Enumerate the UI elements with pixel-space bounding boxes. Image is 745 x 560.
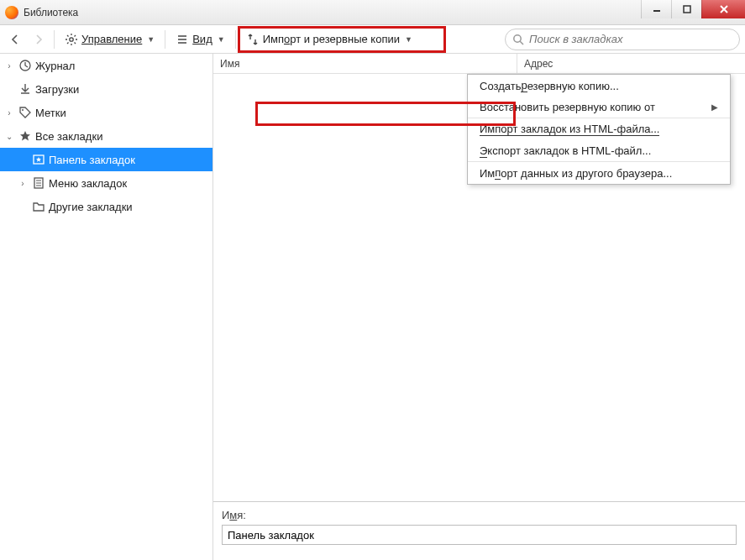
sidebar-item-all-bookmarks[interactable]: ⌄ Все закладки	[0, 124, 212, 148]
chevron-right-icon: ▶	[711, 102, 718, 112]
clock-icon	[18, 59, 32, 72]
column-address[interactable]: Адрес	[517, 54, 745, 73]
window-title: Библиотека	[24, 7, 78, 18]
minimize-button[interactable]	[641, 0, 671, 18]
menu-item-restore[interactable]: Восстановить резервную копию от▶	[468, 97, 730, 118]
content-area: Имя Адрес https://www.mozilla.org/ru/fir…	[213, 54, 745, 560]
name-field-label: Имя:	[222, 509, 737, 521]
chevron-right-icon: ›	[3, 61, 15, 71]
folder-icon	[32, 200, 45, 213]
sidebar-item-history[interactable]: › Журнал	[0, 54, 212, 77]
svg-line-10	[75, 42, 76, 44]
search-wrap	[505, 29, 740, 50]
svg-line-12	[67, 42, 69, 44]
list-icon	[176, 33, 189, 46]
menu-item-export-html[interactable]: Экспорт закладок в HTML-файл...	[468, 140, 730, 162]
sidebar-item-tags[interactable]: › Метки	[0, 101, 212, 124]
svg-line-17	[520, 41, 523, 44]
tag-icon	[18, 106, 32, 119]
firefox-icon	[5, 6, 18, 19]
svg-point-4	[70, 37, 73, 40]
sidebar-item-bookmarks-menu[interactable]: › Меню закладок	[0, 171, 212, 195]
sidebar-label: Панель закладок	[49, 154, 135, 166]
caret-down-icon: ▼	[405, 35, 412, 44]
import-export-icon	[246, 33, 260, 46]
bookmark-menu-icon	[32, 176, 45, 190]
sidebar-label: Все закладки	[35, 130, 102, 143]
manage-label: Управление	[81, 33, 142, 45]
import-menu-button[interactable]: Импорт и резервные копии ▼	[241, 29, 417, 50]
window-controls	[641, 0, 745, 18]
download-icon	[18, 82, 32, 96]
bookmark-toolbar-icon	[32, 153, 45, 166]
close-button[interactable]	[701, 0, 745, 18]
manage-menu-button[interactable]: Управление ▼	[60, 29, 160, 50]
maximize-button[interactable]	[671, 0, 701, 18]
chevron-right-icon: ›	[17, 179, 29, 188]
name-field-input[interactable]	[222, 525, 737, 545]
svg-point-16	[514, 34, 521, 41]
caret-down-icon: ▼	[147, 35, 155, 44]
chevron-down-icon: ⌄	[3, 132, 15, 141]
sidebar-item-downloads[interactable]: Загрузки	[0, 77, 212, 101]
toolbar: Управление ▼ Вид ▼ Импорт и резервные ко…	[0, 25, 745, 54]
sidebar-item-bookmarks-toolbar[interactable]: Панель закладок	[0, 148, 212, 171]
svg-line-11	[75, 35, 76, 37]
svg-point-19	[22, 109, 24, 111]
menu-item-backup[interactable]: Создать резервную копию...	[468, 75, 730, 97]
sidebar-label: Журнал	[35, 60, 75, 72]
caret-down-icon: ▼	[218, 35, 225, 44]
sidebar-label: Другие закладки	[49, 201, 133, 213]
sidebar-label: Метки	[35, 107, 66, 119]
menu-item-import-browser[interactable]: Импорт данных из другого браузера...	[468, 162, 730, 184]
search-input[interactable]	[505, 29, 740, 50]
chevron-right-icon: ›	[3, 108, 15, 118]
star-icon	[18, 129, 32, 143]
sidebar-label: Загрузки	[35, 83, 79, 96]
sidebar: › Журнал Загрузки › Метки ⌄ Все закладки…	[0, 54, 213, 560]
forward-button[interactable]	[29, 29, 49, 50]
search-icon	[512, 33, 525, 46]
view-label: Вид	[192, 33, 212, 45]
details-panel: Имя:	[213, 501, 745, 560]
view-menu-button[interactable]: Вид ▼	[171, 29, 229, 50]
sidebar-item-other-bookmarks[interactable]: Другие закладки	[0, 195, 212, 218]
back-button[interactable]	[5, 29, 25, 50]
column-headers: Имя Адрес	[213, 54, 745, 74]
gear-icon	[65, 33, 78, 46]
sidebar-label: Меню закладок	[49, 177, 127, 190]
import-dropdown-menu: Создать резервную копию... Восстановить …	[467, 74, 731, 185]
menu-item-import-html[interactable]: Импорт закладок из HTML-файла...	[468, 118, 730, 140]
column-name[interactable]: Имя	[213, 54, 517, 73]
import-label: Импорт и резервные копии	[263, 33, 400, 45]
titlebar: Библиотека	[0, 0, 745, 25]
rows-container: https://www.mozilla.org/ru/firefox/c htt…	[213, 74, 745, 501]
svg-rect-1	[684, 6, 690, 13]
svg-line-9	[67, 35, 69, 37]
